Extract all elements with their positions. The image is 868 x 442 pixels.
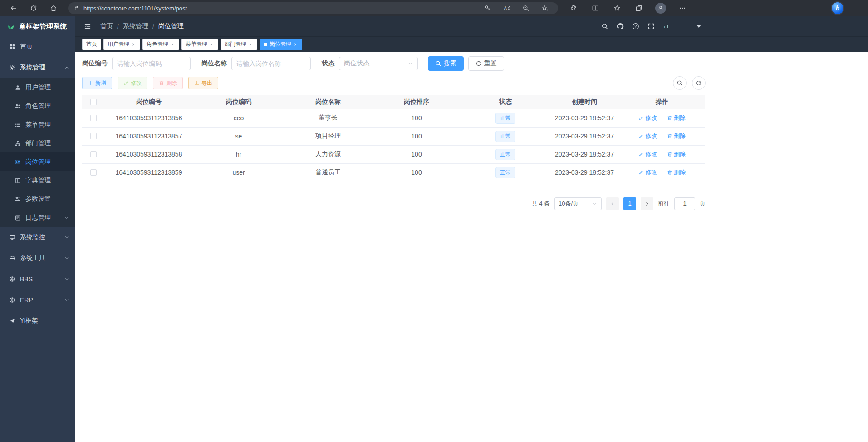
chevron-down-icon <box>64 297 69 303</box>
browser-menu-button[interactable] <box>672 2 692 15</box>
refresh-table-button[interactable] <box>692 76 706 90</box>
tab-close-icon[interactable] <box>249 42 253 47</box>
breadcrumb-section[interactable]: 系统管理 <box>123 22 148 30</box>
page-size-select[interactable]: 10条/页 <box>554 197 602 210</box>
copilot-logo[interactable]: b <box>832 2 843 14</box>
collections-icon[interactable] <box>629 2 649 15</box>
sidebar-item-dept-management[interactable]: 部门管理 <box>0 134 75 152</box>
dashboard-icon <box>9 44 15 50</box>
select-all-checkbox[interactable] <box>90 99 97 105</box>
sidebar-item-param-settings[interactable]: 参数设置 <box>0 190 75 208</box>
reset-button[interactable]: 重置 <box>468 56 504 71</box>
tab-dept-management[interactable]: 部门管理 <box>221 39 257 50</box>
header-actions <box>598 20 701 33</box>
page-number-button[interactable]: 1 <box>623 197 636 210</box>
address-bar[interactable]: https://ccnetcore.com:1101/system/post <box>68 2 558 14</box>
sidebar-item-bbs[interactable]: BBS <box>0 269 75 290</box>
sidebar-item-system-tools[interactable]: 系统工具 <box>0 248 75 269</box>
tab-menu-management[interactable]: 菜单管理 <box>181 39 218 50</box>
sidebar-item-log-management[interactable]: 日志管理 <box>0 208 75 227</box>
sidebar-item-post-management[interactable]: 岗位管理 <box>0 152 75 171</box>
monitor-icon <box>9 234 15 241</box>
sidebar-item-system-monitor[interactable]: 系统监控 <box>0 227 75 248</box>
toggle-search-button[interactable] <box>673 76 687 90</box>
user-avatar[interactable] <box>678 20 692 33</box>
browser-home-button[interactable] <box>44 2 63 15</box>
prev-page-button[interactable] <box>606 197 619 210</box>
post-name-input[interactable] <box>231 57 311 70</box>
split-screen-icon[interactable] <box>585 2 605 15</box>
table-row: 1641030593112313856 ceo 董事长 100 正常 2023-… <box>82 109 705 127</box>
chevron-down-icon <box>64 235 69 240</box>
avatar-caret-icon[interactable] <box>696 25 701 28</box>
row-edit-link[interactable]: 修改 <box>638 114 657 122</box>
row-checkbox[interactable] <box>90 115 97 121</box>
browser-profile-button[interactable] <box>651 2 671 15</box>
export-button[interactable]: 导出 <box>188 77 218 89</box>
table-row: 1641030593112313857 se 项目经理 100 正常 2023-… <box>82 127 705 145</box>
row-checkbox[interactable] <box>90 169 97 176</box>
edit-button[interactable]: 修改 <box>118 77 147 89</box>
search-button[interactable]: 搜索 <box>428 56 464 71</box>
sidebar-item-yi-framework[interactable]: Yi框架 <box>0 310 75 331</box>
table-toolbar: 新增 修改 删除 导出 <box>82 76 706 90</box>
sidebar-item-erp[interactable]: ERP <box>0 290 75 310</box>
sidebar-toggle-button[interactable] <box>81 20 94 33</box>
edit-icon <box>638 115 644 121</box>
system-management-submenu: 用户管理 角色管理 菜单管理 部门管理 岗位管理 <box>0 78 75 227</box>
favorites-icon[interactable] <box>607 2 627 15</box>
github-icon[interactable] <box>614 20 627 33</box>
extensions-icon[interactable] <box>564 2 584 15</box>
trash-icon <box>667 152 672 157</box>
row-checkbox[interactable] <box>90 133 97 139</box>
sidebar-item-home[interactable]: 首页 <box>0 36 75 57</box>
row-delete-link[interactable]: 删除 <box>667 150 686 158</box>
search-icon <box>677 80 683 86</box>
sidebar-item-system-management[interactable]: 系统管理 <box>0 57 75 78</box>
tab-close-icon[interactable] <box>210 42 214 47</box>
post-code-label: 岗位编号 <box>82 59 108 68</box>
browser-refresh-button[interactable] <box>25 2 43 15</box>
status-select[interactable]: 岗位状态 <box>339 57 418 70</box>
tab-close-icon[interactable] <box>132 42 136 47</box>
row-edit-link[interactable]: 修改 <box>638 168 657 177</box>
fullscreen-icon[interactable] <box>645 20 657 33</box>
tab-post-management[interactable]: 岗位管理 <box>260 39 302 50</box>
breadcrumb: 首页 / 系统管理 / 岗位管理 <box>100 22 184 30</box>
zoom-out-icon[interactable] <box>518 3 534 14</box>
trash-icon <box>667 133 672 139</box>
help-icon[interactable] <box>629 20 642 33</box>
sidebar-item-user-management[interactable]: 用户管理 <box>0 78 75 97</box>
table-header-row: 岗位编号 岗位编码 岗位名称 岗位排序 状态 创建时间 操作 <box>82 95 705 109</box>
post-code-input[interactable] <box>112 57 191 70</box>
tab-close-icon[interactable] <box>294 42 298 47</box>
tab-close-icon[interactable] <box>171 42 175 47</box>
chevron-down-icon <box>407 61 413 66</box>
goto-page-input[interactable] <box>674 197 695 210</box>
sidebar-item-dict-management[interactable]: 字典管理 <box>0 171 75 190</box>
breadcrumb-home[interactable]: 首页 <box>100 22 113 30</box>
row-delete-link[interactable]: 删除 <box>667 168 686 177</box>
delete-button[interactable]: 删除 <box>153 77 183 89</box>
tab-user-management[interactable]: 用户管理 <box>103 39 140 50</box>
row-checkbox[interactable] <box>90 151 97 157</box>
add-button[interactable]: 新增 <box>82 77 112 89</box>
font-size-icon[interactable] <box>660 20 673 33</box>
password-manager-icon[interactable] <box>480 3 495 14</box>
read-aloud-icon[interactable] <box>499 3 515 14</box>
add-favorite-icon[interactable] <box>537 3 553 14</box>
tree-icon <box>15 140 21 147</box>
row-delete-link[interactable]: 删除 <box>667 114 686 122</box>
row-edit-link[interactable]: 修改 <box>638 150 657 158</box>
chevron-down-icon <box>592 201 598 206</box>
sidebar-item-menu-management[interactable]: 菜单管理 <box>0 115 75 134</box>
row-edit-link[interactable]: 修改 <box>638 132 657 140</box>
status-badge: 正常 <box>495 113 515 124</box>
tab-home[interactable]: 首页 <box>82 39 101 50</box>
tab-role-management[interactable]: 角色管理 <box>142 39 179 50</box>
row-delete-link[interactable]: 删除 <box>667 132 686 140</box>
next-page-button[interactable] <box>641 197 653 210</box>
header-search-icon[interactable] <box>598 20 611 33</box>
browser-back-button[interactable] <box>5 2 23 15</box>
sidebar-item-role-management[interactable]: 角色管理 <box>0 97 75 115</box>
